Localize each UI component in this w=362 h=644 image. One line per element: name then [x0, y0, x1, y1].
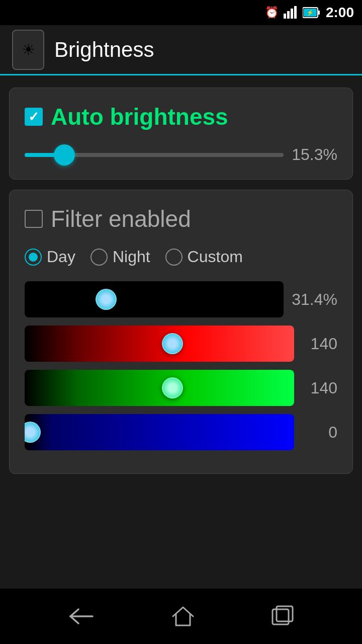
svg-text:⚡: ⚡ [307, 9, 314, 16]
red-slider-row: 140 [25, 326, 337, 362]
dark-slider-track[interactable] [25, 281, 284, 317]
brightness-dark-track [25, 281, 284, 317]
green-slider-thumb[interactable] [162, 377, 183, 398]
brightness-value: 15.3% [292, 145, 337, 164]
back-icon [68, 607, 95, 625]
svg-rect-2 [291, 9, 293, 19]
radio-night-outer [90, 249, 108, 266]
blue-slider-wrapper: 0 [25, 414, 337, 450]
blue-slider-value: 0 [302, 423, 337, 442]
dark-slider-thumb[interactable] [96, 289, 117, 310]
battery-icon: ⚡ [303, 7, 321, 19]
blue-track [25, 414, 294, 450]
brightness-track [25, 153, 284, 157]
main-content: ✓ Auto brightness 15.3% Filter enabled [0, 75, 362, 589]
filter-card: Filter enabled Day Night Custom [9, 190, 353, 474]
filter-enabled-header: Filter enabled [25, 205, 337, 232]
radio-night[interactable]: Night [90, 248, 150, 266]
radio-day[interactable]: Day [25, 248, 75, 266]
red-track [25, 326, 294, 362]
app-bar: ☀ Brightness [0, 25, 362, 75]
radio-day-outer [25, 249, 42, 266]
radio-day-inner [29, 253, 38, 262]
brightness-slider[interactable] [25, 153, 284, 157]
red-slider-value: 140 [302, 335, 337, 353]
sun-icon: ☀ [22, 41, 35, 58]
red-slider-track[interactable] [25, 326, 294, 362]
green-slider-track[interactable] [25, 370, 294, 406]
green-slider-row: 140 [25, 370, 337, 406]
svg-rect-5 [318, 11, 320, 15]
svg-rect-3 [294, 6, 297, 19]
dark-slider-value: 31.4% [292, 290, 337, 309]
green-track [25, 370, 294, 406]
brightness-slider-row: 15.3% [25, 145, 337, 164]
blue-slider-thumb[interactable] [25, 422, 41, 443]
radio-custom-outer [165, 249, 183, 266]
home-icon [171, 604, 195, 628]
blue-slider-track[interactable] [25, 414, 294, 450]
time-display: 2:00 [326, 5, 354, 21]
auto-brightness-checkbox[interactable]: ✓ [25, 108, 43, 126]
status-icons: ⏰ ⚡ 2:00 [265, 5, 354, 21]
radio-day-label: Day [47, 248, 75, 266]
auto-brightness-card: ✓ Auto brightness 15.3% [9, 88, 353, 180]
signal-icon [284, 6, 298, 20]
radio-night-label: Night [113, 248, 150, 266]
filter-checkbox[interactable] [25, 210, 43, 228]
check-mark: ✓ [28, 109, 39, 125]
alarm-icon: ⏰ [265, 6, 279, 19]
home-button[interactable] [171, 604, 195, 628]
dark-slider-wrapper: 31.4% [25, 281, 337, 317]
blue-slider-row: 0 [25, 414, 337, 450]
filter-label: Filter enabled [51, 205, 191, 232]
back-button[interactable] [68, 607, 95, 625]
radio-custom[interactable]: Custom [165, 248, 243, 266]
brightness-thumb[interactable] [54, 144, 75, 166]
red-slider-wrapper: 140 [25, 326, 337, 362]
page-title: Brightness [54, 38, 154, 62]
radio-custom-label: Custom [188, 248, 243, 266]
status-bar: ⏰ ⚡ 2:00 [0, 0, 362, 25]
svg-rect-0 [284, 14, 286, 19]
recents-icon [272, 605, 294, 627]
auto-brightness-label: Auto brightness [51, 103, 228, 130]
red-slider-thumb[interactable] [162, 333, 183, 354]
svg-rect-1 [287, 11, 290, 19]
radio-row: Day Night Custom [25, 248, 337, 266]
green-slider-wrapper: 140 [25, 370, 337, 406]
bottom-nav [0, 589, 362, 644]
recents-button[interactable] [272, 605, 294, 627]
app-icon: ☀ [12, 30, 44, 70]
green-slider-value: 140 [302, 379, 337, 397]
auto-brightness-header: ✓ Auto brightness [25, 103, 337, 130]
dark-slider-row: 31.4% [25, 281, 337, 317]
